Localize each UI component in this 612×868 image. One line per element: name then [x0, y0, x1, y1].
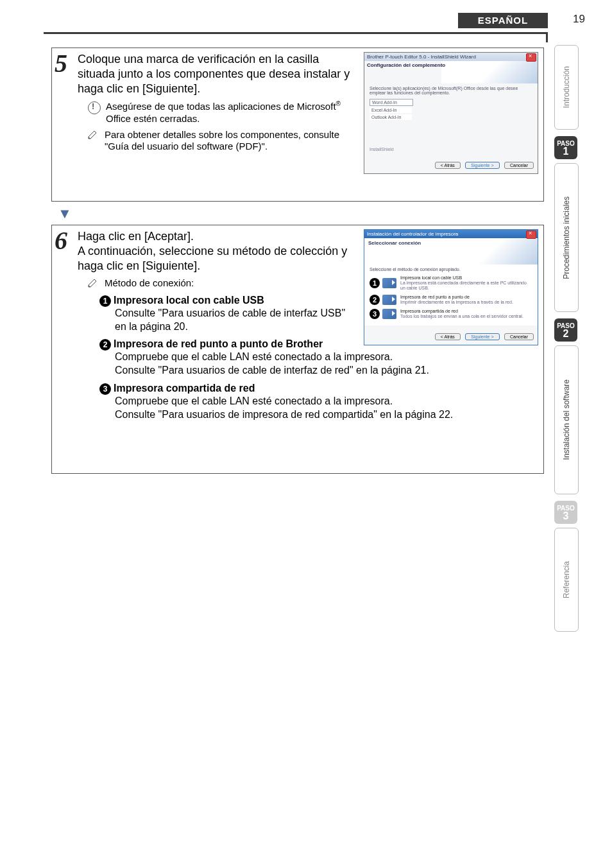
paso-3-badge: PASO3	[554, 501, 577, 524]
cancel-button[interactable]: Cancelar	[504, 162, 534, 169]
ss2-desc: Seleccione el método de conexión apropia…	[370, 267, 532, 272]
method-1-title: Impresora local con cable USB	[114, 295, 264, 306]
step-5-number: 5	[55, 48, 67, 78]
step-6-box: 6 Haga clic en [Aceptar]. A continuación…	[51, 225, 544, 474]
ss-opt-word[interactable]: Word Add-In	[370, 99, 413, 106]
connection-icon	[382, 278, 396, 288]
badge-2-icon: 2	[99, 339, 111, 351]
arrow-down-icon: ▼	[58, 205, 544, 222]
badge-1-icon: 1	[99, 295, 111, 307]
method-2-body-2: Consulte "Para usuarios de cable de inte…	[115, 364, 537, 378]
header-rule	[44, 32, 548, 34]
ss-title: Brother P-touch Editor 5.0 - InstallShie…	[367, 54, 476, 60]
step-5-note-1: Asegúrese de que todas las aplicaciones …	[106, 100, 353, 125]
conn-option-1[interactable]: 1 Impresora local con cable USBLa impres…	[370, 275, 532, 291]
step-5-text: Coloque una marca de verificación en la …	[78, 52, 353, 96]
step-6-line-2: A continuación, seleccione su método de …	[78, 244, 353, 273]
conn-option-2[interactable]: 2 Impresora de red punto a punto deImpri…	[370, 295, 532, 305]
page-number: 19	[573, 13, 585, 26]
conn-option-3[interactable]: 3 Impresora compartida de redTodos los t…	[370, 309, 532, 319]
tab-instalacion[interactable]: Instalación del software	[554, 345, 579, 494]
tab-procedimientos[interactable]: Procedimientos iniciales	[554, 163, 579, 312]
tab-introduccion[interactable]: Introducción	[554, 45, 579, 130]
method-2-body-1: Compruebe que el cable LAN esté conectad…	[115, 351, 537, 364]
tab-label: Procedimientos iniciales	[562, 190, 571, 286]
step-5-box: 5 Coloque una marca de verificación en l…	[51, 48, 544, 202]
paso-2-badge: PASO2	[554, 318, 577, 342]
ss-gradient	[441, 239, 538, 265]
paso-num: 3	[563, 512, 569, 521]
tab-label: Introducción	[562, 60, 571, 114]
method-3-body-1: Compruebe que el cable LAN esté conectad…	[115, 395, 537, 408]
paso-num: 2	[563, 329, 569, 338]
pencil-icon	[88, 279, 99, 288]
side-tabs: Introducción PASO1 Procedimientos inicia…	[554, 45, 593, 638]
step-5-screenshot: Brother P-touch Editor 5.0 - InstallShie…	[364, 52, 538, 174]
ss-desc: Seleccione la(s) aplicación(es) de Micro…	[370, 86, 532, 95]
step-6-line-1: Haga clic en [Aceptar].	[78, 229, 353, 244]
connection-icon	[382, 309, 396, 319]
ss-opt-excel[interactable]: Excel Add-In	[370, 107, 412, 113]
warning-icon	[88, 101, 101, 114]
ss2-title: Instalación del controlador de impresora	[367, 231, 458, 237]
close-icon[interactable]	[526, 53, 536, 62]
tab-label: Referencia	[562, 555, 571, 605]
next-button[interactable]: Siguiente >	[465, 162, 499, 169]
header-rule-end	[546, 32, 548, 42]
cancel-button[interactable]: Cancelar	[504, 333, 534, 340]
method-3-body-2: Consulte "Para usuarios de impresora de …	[115, 408, 537, 422]
tab-label: Instalación del software	[562, 373, 571, 466]
ss-gradient	[441, 58, 538, 83]
paso-num: 1	[563, 147, 569, 156]
connection-icon	[382, 295, 396, 305]
paso-1-badge: PASO1	[554, 136, 577, 159]
step-5-note-2: Para obtener detalles sobre los componen…	[105, 129, 353, 153]
step-6-screenshot: Instalación del controlador de impresora…	[364, 229, 538, 345]
pencil-icon	[88, 130, 99, 139]
back-button[interactable]: < Atrás	[435, 162, 461, 169]
next-button[interactable]: Siguiente >	[465, 333, 499, 340]
close-icon[interactable]	[526, 230, 536, 239]
ss-opt-outlook[interactable]: Outlook Add-In	[370, 114, 412, 120]
step-6-note: Método de conexión:	[105, 277, 194, 290]
back-button[interactable]: < Atrás	[435, 333, 461, 340]
badge-1-icon: 1	[370, 278, 380, 288]
badge-3-icon: 3	[99, 383, 111, 395]
tab-referencia[interactable]: Referencia	[554, 528, 579, 632]
method-2-title: Impresora de red punto a punto de Brothe…	[114, 338, 323, 350]
method-3-title: Impresora compartida de red	[114, 383, 255, 394]
step-6-number: 6	[55, 225, 67, 256]
method-1-body: Consulte "Para usuarios de cable de inte…	[115, 307, 352, 334]
badge-2-icon: 2	[370, 295, 380, 305]
ss-group: InstallShield	[370, 147, 532, 152]
badge-3-icon: 3	[370, 309, 380, 319]
language-badge: ESPAÑOL	[458, 13, 548, 28]
